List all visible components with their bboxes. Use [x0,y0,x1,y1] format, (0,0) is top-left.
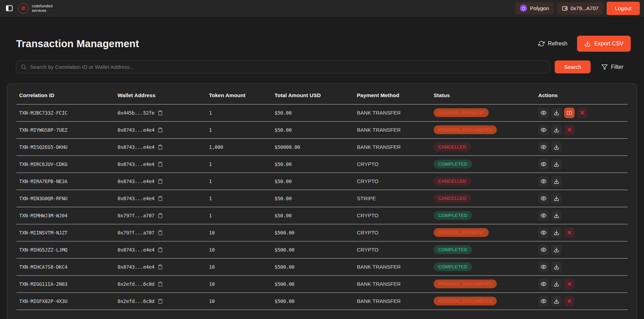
network-badge[interactable]: Polygon [515,2,553,14]
wallet-cell: 0x8743...e4e4 [115,155,206,173]
wallet-cell: 0x8743...e4e4 [115,241,206,258]
view-details-button[interactable] [538,262,549,272]
copy-wallet-button[interactable] [158,161,163,167]
status-cell: PENDING_DOCUMENTS [431,121,536,138]
cancel-transaction-button[interactable] [564,125,575,135]
sidebar-toggle-button[interactable] [5,3,14,13]
eye-icon [541,298,546,304]
download-receipt-button[interactable] [551,108,562,118]
network-badge-label: Polygon [530,5,549,11]
download-receipt-button[interactable] [551,279,562,289]
clipboard-icon [158,213,163,218]
actions-cell [536,292,628,310]
copy-wallet-button[interactable] [158,298,163,304]
wallet-cell: 0x797f...a707 [115,224,206,241]
correlation-id-cell: TXN-MIGG11IA-2N03 [16,275,115,292]
actions-cell [536,190,628,207]
view-details-button[interactable] [538,159,549,169]
copy-wallet-button[interactable] [158,196,163,201]
actions-cell [536,241,628,258]
token-amount-cell: 1 [206,121,272,138]
status-cell: COMPLETED [431,155,536,173]
download-icon [554,213,559,218]
download-receipt-button[interactable] [551,296,562,306]
copy-wallet-button[interactable] [158,230,163,235]
cancel-transaction-button[interactable] [577,108,587,118]
wallet-cell: 0x8743...e4e4 [115,173,206,190]
copy-wallet-button[interactable] [158,127,163,133]
actions-cell [536,224,628,241]
copy-wallet-button[interactable] [158,264,163,270]
correlation-id-cell: TXN-MIGFX82P-4X3U [16,292,115,310]
cancel-transaction-button[interactable] [564,296,575,306]
copy-wallet-button[interactable] [158,213,163,218]
view-details-button[interactable] [538,125,549,135]
view-details-button[interactable] [538,296,549,306]
copy-wallet-button[interactable] [158,144,163,150]
table-row: TXN-MIYWGS8P-7UEZ 0x8743...e4e4 1 $50.00… [16,121,628,138]
page-head-actions: Refresh Export CSV [538,36,631,52]
logout-button[interactable]: Logout [607,2,640,15]
wallet-cell: 0x8743...e4e4 [115,258,206,275]
column-header-wallet-address: Wallet Address [115,87,206,104]
view-details-button[interactable] [538,108,549,118]
cancel-transaction-button[interactable] [564,227,575,238]
view-details-button[interactable] [538,210,549,221]
download-receipt-button[interactable] [551,193,562,204]
download-receipt-button[interactable] [551,262,562,272]
payment-method-cell: CRYPTO [354,207,431,224]
filter-button[interactable]: Filter [601,64,623,70]
refresh-button[interactable]: Refresh [538,41,567,47]
top-bar: codefunded services Polygon 0x79...A707 … [0,0,644,16]
view-details-button[interactable] [538,245,549,255]
cancel-transaction-button[interactable] [564,279,575,289]
view-details-button[interactable] [538,193,549,204]
transactions-table: Correlation IDWallet AddressToken Amount… [16,87,628,310]
status-badge: PENDING_DOCUMENTS [434,280,497,288]
status-cell: PENDING_PAYMENT [431,224,536,241]
copy-wallet-button[interactable] [158,110,163,116]
view-details-button[interactable] [538,142,549,152]
wallet-cell: 0x2efd...6c8d [115,292,206,310]
actions-cell [536,173,628,190]
table-row: TXN-MJBC733Z-FCIC 0x445b...52fe 1 $50.00… [16,104,628,121]
download-receipt-button[interactable] [551,210,562,221]
clipboard-icon [158,264,163,270]
status-badge: PENDING_PAYMENT [434,108,489,117]
search-button[interactable]: Search [555,60,591,73]
export-csv-button[interactable]: Export CSV [577,36,631,52]
download-receipt-button[interactable] [551,227,562,238]
total-usd-cell: $50.00 [272,190,354,207]
view-details-button[interactable] [538,279,549,289]
table-row: TXN-MIINSVTM-NJZT 0x797f...a707 10 $500.… [16,224,628,241]
download-icon [554,264,559,270]
table-header-row: Correlation IDWallet AddressToken Amount… [16,87,628,104]
token-amount-cell: 10 [206,224,272,241]
copy-wallet-button[interactable] [158,281,163,287]
download-receipt-button[interactable] [551,176,562,187]
download-receipt-button[interactable] [551,159,562,169]
credit-card-icon [567,110,572,116]
total-usd-cell: $50.00 [272,104,354,121]
correlation-id-cell: TXN-MIHG5JZZ-LJMQ [16,241,115,258]
copy-wallet-button[interactable] [158,179,163,184]
view-details-button[interactable] [538,227,549,238]
download-receipt-button[interactable] [551,142,562,152]
brand-name-line1: codefunded [32,4,53,8]
status-badge: COMPLETED [434,160,472,168]
view-details-button[interactable] [538,176,549,187]
confirm-payment-button[interactable] [564,108,575,118]
filter-label: Filter [611,64,623,70]
search-input[interactable] [30,64,545,70]
copy-wallet-button[interactable] [158,247,163,253]
total-usd-cell: $500.00 [272,224,354,241]
eye-icon [541,179,546,184]
wallet-address-badge[interactable]: 0x79...A707 [557,2,603,14]
table-row: TXN-MIHG5JZZ-LJMQ 0x8743...e4e4 10 $500.… [16,241,628,258]
download-receipt-button[interactable] [551,125,562,135]
token-amount-cell: 10 [206,292,272,310]
status-cell: COMPLETED [431,207,536,224]
download-receipt-button[interactable] [551,245,562,255]
status-badge: PENDING_DOCUMENTS [434,297,497,305]
payment-method-cell: CRYPTO [354,173,431,190]
